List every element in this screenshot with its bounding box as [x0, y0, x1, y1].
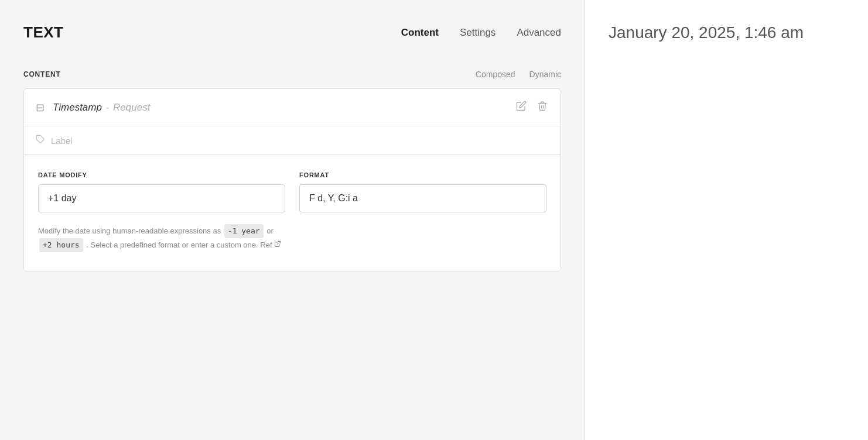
date-display: January 20, 2025, 1:46 am: [609, 23, 845, 42]
tab-settings[interactable]: Settings: [460, 27, 495, 39]
left-panel: TEXT Content Settings Advanced CONTENT C…: [0, 0, 585, 440]
help-middle: or: [266, 226, 274, 235]
example1-badge: -1 year: [224, 224, 264, 238]
right-panel: January 20, 2025, 1:46 am: [585, 0, 868, 440]
content-section-label: CONTENT Composed Dynamic: [23, 70, 561, 79]
view-composed[interactable]: Composed: [476, 70, 515, 79]
header: TEXT Content Settings Advanced: [23, 23, 561, 42]
card-body: DATE MODIFY FORMAT Modify the date using…: [24, 155, 561, 271]
view-options: Composed Dynamic: [476, 70, 561, 79]
edit-icon: [516, 101, 527, 111]
format-group: FORMAT: [299, 171, 546, 212]
timestamp-text: Timestamp - Request: [53, 102, 150, 114]
date-modify-input[interactable]: [38, 184, 285, 212]
date-modify-group: DATE MODIFY: [38, 171, 285, 212]
section-label-text: CONTENT: [23, 70, 61, 78]
trash-icon: [537, 101, 548, 111]
content-card: ⊟ Timestamp - Request: [23, 88, 561, 271]
format-input[interactable]: [299, 184, 546, 212]
label-row: Label: [24, 126, 561, 155]
format-label: FORMAT: [299, 171, 546, 178]
timestamp-actions: [515, 99, 549, 115]
timestamp-row: ⊟ Timestamp - Request: [24, 89, 561, 126]
example2-badge: +2 hours: [39, 238, 83, 252]
tab-advanced[interactable]: Advanced: [517, 27, 561, 39]
date-modify-label: DATE MODIFY: [38, 171, 285, 178]
tag-icon: [36, 135, 45, 144]
external-link-icon: [274, 240, 281, 251]
timestamp-left: ⊟ Timestamp - Request: [36, 101, 150, 114]
database-icon: ⊟: [36, 101, 45, 114]
header-tabs: Content Settings Advanced: [401, 27, 561, 39]
tab-content[interactable]: Content: [401, 27, 439, 39]
edit-button[interactable]: [515, 99, 528, 115]
label-placeholder[interactable]: Label: [51, 136, 73, 146]
view-dynamic[interactable]: Dynamic: [529, 70, 561, 79]
help-suffix: . Select a predefined format or enter a …: [86, 240, 258, 249]
help-prefix: Modify the date using human-readable exp…: [38, 226, 221, 235]
page-title: TEXT: [23, 23, 63, 42]
timestamp-source: Request: [113, 102, 150, 113]
help-text: Modify the date using human-readable exp…: [38, 224, 546, 252]
separator: -: [106, 102, 112, 113]
svg-line-1: [277, 241, 281, 245]
timestamp-name: Timestamp: [53, 102, 102, 113]
ref-link[interactable]: Ref: [260, 239, 281, 252]
delete-button[interactable]: [536, 99, 549, 115]
fields-row: DATE MODIFY FORMAT: [38, 171, 546, 212]
ref-label: Ref: [260, 239, 272, 252]
label-icon: [36, 135, 45, 146]
